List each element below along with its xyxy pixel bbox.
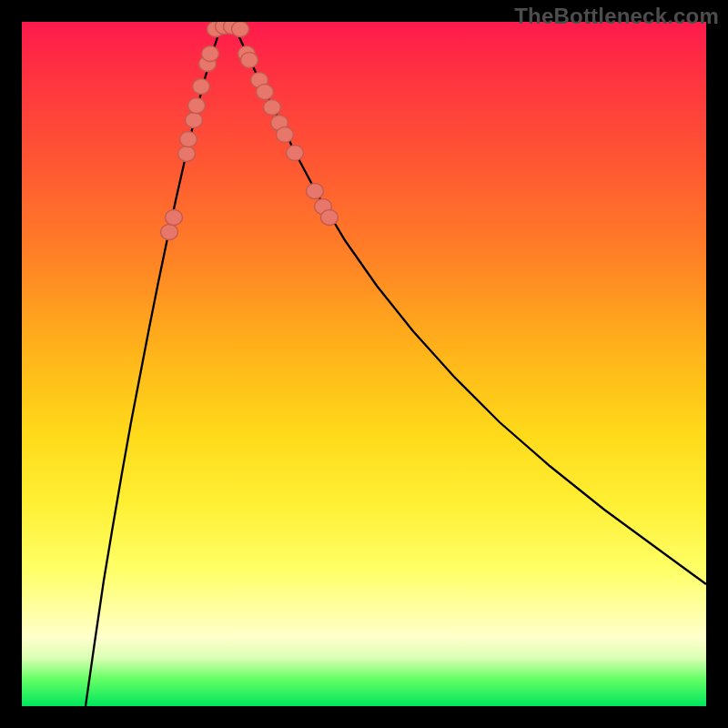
data-dot <box>264 100 281 116</box>
data-dot <box>180 132 197 147</box>
data-dot <box>193 79 210 95</box>
data-dot <box>161 225 178 240</box>
data-dot <box>178 147 196 162</box>
data-dot <box>257 85 274 100</box>
data-dot <box>186 113 203 128</box>
data-dot <box>202 46 219 62</box>
data-dot <box>287 146 304 161</box>
left-curve <box>86 24 222 706</box>
data-dots <box>161 22 339 240</box>
data-dot <box>166 210 183 226</box>
right-curve <box>233 24 706 584</box>
chart-frame <box>22 22 706 706</box>
chart-svg <box>22 22 706 706</box>
data-dot <box>321 210 339 226</box>
data-dot <box>188 98 206 114</box>
data-dot <box>307 184 324 199</box>
data-dot <box>241 53 258 68</box>
data-dot <box>277 127 294 143</box>
watermark-text: TheBottleneck.com <box>514 4 719 29</box>
data-dot <box>232 22 249 37</box>
